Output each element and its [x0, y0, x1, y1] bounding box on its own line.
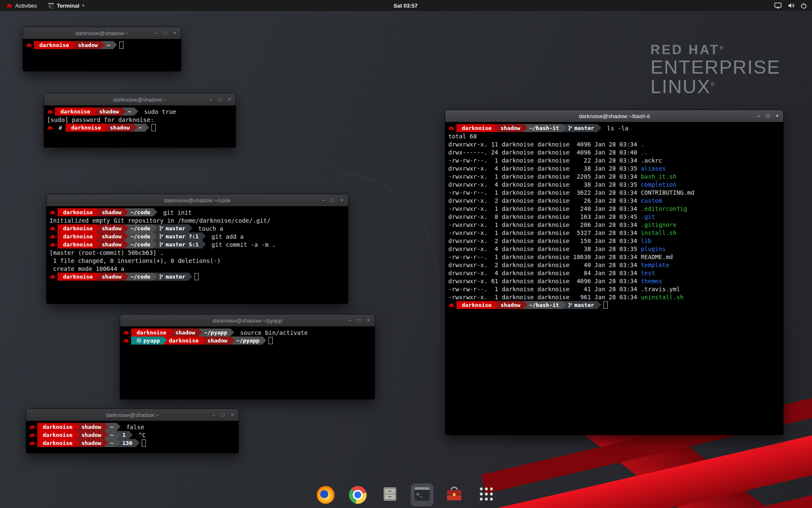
terminal-content[interactable]: darknoiseshadow~/pyapp source bin/activa… — [120, 326, 375, 399]
maximize-button[interactable]: □ — [222, 412, 225, 417]
minimize-button[interactable]: – — [757, 113, 760, 119]
redhat-prompt-icon — [29, 423, 37, 431]
volume-icon[interactable] — [787, 3, 795, 8]
terminal-content[interactable]: darknoiseshadow~ falsedarknoiseshadow~1 … — [26, 421, 239, 453]
svg-text:>_: >_ — [417, 491, 422, 497]
minimize-button[interactable]: – — [348, 318, 351, 323]
close-button[interactable]: × — [776, 113, 779, 119]
terminal-line: darknoiseshadow~/bash-itmaster — [448, 301, 780, 309]
dock-files[interactable] — [379, 483, 401, 506]
terminal-text: git add a — [202, 232, 244, 240]
terminal-icon: >_ — [413, 485, 431, 505]
prompt-segment-host: shadow — [96, 232, 125, 240]
dock-firefox[interactable] — [314, 483, 337, 506]
prompt-segment-host: shadow — [170, 329, 198, 337]
terminal-line: -rwxrwxr-x. 1 darknoise darknoise 206 Ja… — [448, 221, 780, 229]
terminal-line: drwxrwxr-x. 61 darknoise darknoise 4096 … — [448, 277, 780, 285]
app-menu-terminal[interactable]: >_ Terminal ▾ — [46, 0, 86, 11]
terminal-text: drwxrwxr-x. 4 darknoise darknoise 38 Jan… — [448, 245, 641, 253]
close-button[interactable]: × — [173, 30, 176, 36]
window-titlebar[interactable]: darknoise@shadow:~ – □ × — [26, 409, 239, 421]
prompt-segment-user: darknoise — [163, 337, 202, 345]
dock-chrome[interactable] — [346, 483, 369, 506]
terminal-content[interactable]: darknoiseshadow~ sudo true[sudo] passwor… — [44, 105, 236, 147]
prompt-segment-path: ~/code — [125, 224, 154, 232]
redhat-prompt-icon — [49, 208, 58, 216]
prompt-segment-user: darknoise — [66, 124, 104, 132]
terminal-text: drwxrwxr-x. 2 darknoise darknoise 40 Jan… — [448, 261, 641, 269]
power-icon[interactable] — [801, 3, 807, 9]
terminal-text: -rw-rw-r--. 1 darknoise darknoise 18630 … — [448, 253, 641, 261]
prompt-segment-user: darknoise — [34, 41, 72, 49]
maximize-button[interactable]: □ — [219, 97, 222, 102]
terminal-line: -rwxrwxr-x. 1 darknoise darknoise 2205 J… — [448, 172, 780, 180]
terminal-line: darknoiseshadow~/codemaster S:1 git comm… — [49, 240, 345, 248]
prompt-segment-user: darknoise — [58, 240, 96, 248]
window-titlebar[interactable]: darknoise@shadow:~ – □ × — [23, 27, 181, 39]
dock-show-apps[interactable] — [475, 483, 498, 506]
terminal-content[interactable]: darknoiseshadow~/bash-itmaster ls -latot… — [445, 122, 783, 435]
dock-terminal-active[interactable]: >_ — [411, 483, 433, 506]
prompt-segment-user: darknoise — [58, 224, 96, 232]
terminal-text: completion — [641, 180, 676, 188]
minimize-button[interactable]: – — [155, 30, 158, 36]
terminal-text: uninstall.sh — [641, 293, 683, 301]
terminal-cursor — [151, 124, 156, 131]
minimize-button[interactable]: – — [212, 412, 215, 417]
terminal-text: -rwxrwxr-x. 1 darknoise darknoise 240 Ja… — [448, 204, 641, 213]
dock-toolbox[interactable] — [443, 483, 466, 506]
prompt-segment-git: master — [154, 273, 189, 281]
dock: >_ — [314, 483, 498, 506]
minimize-button[interactable]: – — [322, 198, 325, 203]
terminal-cursor — [119, 41, 123, 49]
terminal-line: drwxrwxr-x. 11 darknoise darknoise 4096 … — [448, 140, 780, 148]
window-titlebar[interactable]: darknoise@shadow:~/pyapp – □ × — [120, 315, 375, 326]
minimize-button[interactable]: – — [209, 97, 212, 102]
terminal-text: -rw-rw-r--. 1 darknoise darknoise 22 Jan… — [448, 156, 641, 164]
terminal-text: drwxrwxr-x. 4 darknoise darknoise 38 Jan… — [448, 164, 641, 172]
window-titlebar[interactable]: darknoise@shadow:~ – □ × — [44, 94, 236, 105]
redhat-prompt-icon — [29, 431, 37, 439]
window-titlebar[interactable]: darknoise@shadow:~/bash-it – □ × — [445, 110, 783, 122]
close-button[interactable]: × — [231, 412, 234, 417]
terminal-content[interactable]: darknoiseshadow~/code git initInitialize… — [47, 206, 348, 304]
maximize-button[interactable]: □ — [358, 318, 361, 323]
window-controls: – □ × — [322, 194, 343, 206]
close-button[interactable]: × — [367, 318, 370, 323]
terminal-text: .editorconfig — [641, 204, 687, 213]
maximize-button[interactable]: □ — [331, 198, 334, 203]
prompt-segment-path: ~/code — [125, 273, 154, 281]
prompt-segment-user: darknoise — [131, 329, 170, 337]
terminal-text: aliases — [641, 164, 666, 172]
terminal-text: drwxrwxr-x. 11 darknoise darknoise 4096 … — [448, 140, 641, 148]
redhat-prompt-icon — [26, 41, 34, 49]
terminal-window-bash-it: darknoise@shadow:~/bash-it – □ × darknoi… — [445, 110, 783, 435]
window-controls: – □ × — [209, 94, 231, 105]
terminal-text: Initialized empty Git repository in /hom… — [49, 216, 271, 224]
terminal-text: ls -la — [598, 124, 628, 132]
terminal-line: -rw-rw-r--. 1 darknoise darknoise 3622 J… — [448, 188, 780, 196]
maximize-button[interactable]: □ — [766, 113, 769, 119]
close-button[interactable]: × — [340, 198, 343, 203]
maximize-button[interactable]: □ — [164, 30, 167, 36]
close-button[interactable]: × — [228, 97, 231, 102]
prompt-segment-user: darknoise — [58, 232, 96, 240]
chrome-icon — [349, 486, 367, 504]
redhat-prompt-icon — [448, 124, 456, 132]
terminal-line: darknoiseshadow~/bash-itmaster ls -la — [448, 124, 780, 132]
terminal-text: git commit -a -m . — [202, 240, 276, 248]
activities-button[interactable]: Activities — [4, 0, 38, 11]
redhat-logo-icon — [6, 3, 13, 8]
display-status-icon[interactable] — [774, 3, 782, 8]
terminal-text: -rwxrwxr-x. 1 darknoise darknoise 5327 J… — [448, 229, 641, 237]
terminal-line: darknoiseshadow~ — [26, 41, 178, 49]
terminal-content[interactable]: darknoiseshadow~ — [23, 39, 181, 71]
clock[interactable]: Sat 03:57 — [393, 3, 417, 9]
terminal-text: -rwxrwxr-x. 1 darknoise darknoise 206 Ja… — [448, 221, 641, 229]
terminal-text: drwx------. 24 darknoise darknoise 4096 … — [448, 148, 641, 156]
terminal-text: -rwxrwxr-x. 1 darknoise darknoise 2205 J… — [448, 172, 641, 180]
prompt-segment-host: shadow — [76, 439, 104, 447]
window-titlebar[interactable]: darknoise@shadow:~/code – □ × — [47, 194, 348, 206]
terminal-text: 1 file changed, 0 insertions(+), 0 delet… — [49, 257, 221, 265]
terminal-window-home-2: darknoise@shadow:~ – □ × darknoiseshadow… — [26, 409, 239, 453]
